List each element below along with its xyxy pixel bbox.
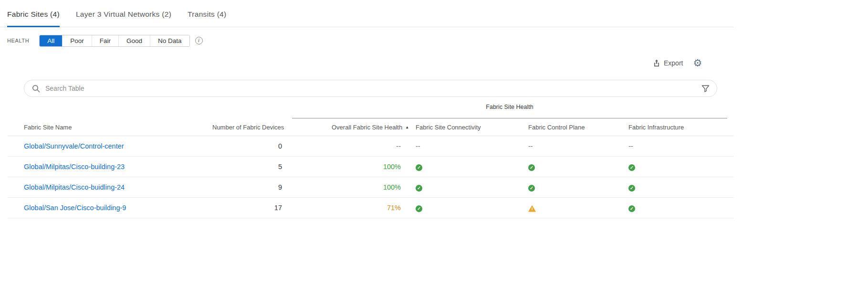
search-input[interactable] <box>45 85 701 92</box>
infrastructure-status: ✓ <box>628 203 733 212</box>
no-data-value: -- <box>416 142 420 150</box>
column-header-fabric-site-name[interactable]: Fabric Site Name <box>8 124 212 131</box>
infrastructure-status: -- <box>628 142 733 150</box>
table-search-bar <box>24 80 717 97</box>
good-health-icon: ✓ <box>628 185 635 192</box>
sort-ascending-icon: ▲ <box>405 125 409 129</box>
connectivity-status: ✓ <box>416 162 528 171</box>
device-count: 9 <box>212 183 282 191</box>
column-header-fabric-infrastructure[interactable]: Fabric Infrastructure <box>628 124 733 131</box>
connectivity-status: ✓ <box>416 203 528 212</box>
column-header-fabric-control-plane[interactable]: Fabric Control Plane <box>528 124 628 131</box>
table-row: Global/Milpitas/Cisco-buidling-24 9 100%… <box>8 177 733 198</box>
filter-icon[interactable] <box>701 85 710 93</box>
health-filter-good[interactable]: Good <box>118 35 150 46</box>
column-header-number-of-fabric-devices[interactable]: Number of Fabric Devices <box>212 124 282 131</box>
fabric-site-link[interactable]: Global/Milpitas/Cisco-building-23 <box>24 163 125 171</box>
overall-health-value: -- <box>332 142 401 150</box>
table-actions: Export ⚙ <box>653 58 702 68</box>
info-icon[interactable] <box>195 37 203 44</box>
good-health-icon: ✓ <box>628 205 635 212</box>
export-label: Export <box>664 59 683 67</box>
table-header-row: Fabric Site Name Number of Fabric Device… <box>8 118 733 136</box>
health-filter-fair[interactable]: Fair <box>92 35 118 46</box>
device-count: 5 <box>212 163 282 171</box>
column-header-overall-fabric-site-health[interactable]: Overall Fabric Site Health▲ <box>332 124 401 131</box>
infrastructure-status: ✓ <box>628 162 733 171</box>
export-button[interactable]: Export <box>653 59 683 67</box>
connectivity-status: ✓ <box>416 183 528 192</box>
table-body: Global/Sunnyvale/Control-center 0 -- -- … <box>8 136 733 218</box>
health-filter-label: HEALTH <box>7 38 29 43</box>
fabric-site-link[interactable]: Global/Milpitas/Cisco-buidling-24 <box>24 183 125 191</box>
gear-icon[interactable]: ⚙ <box>693 58 702 68</box>
search-icon <box>31 84 41 93</box>
device-count: 0 <box>212 142 282 150</box>
overall-health-value: 71% <box>332 204 401 212</box>
tab-layer-3-virtual-networks-2[interactable]: Layer 3 Virtual Networks (2) <box>76 10 171 27</box>
good-health-icon: ✓ <box>416 185 422 192</box>
overall-health-value: 100% <box>332 163 401 171</box>
fabric-site-link[interactable]: Global/Sunnyvale/Control-center <box>24 142 124 150</box>
connectivity-status: -- <box>416 142 528 150</box>
group-header-label: Fabric Site Health <box>292 104 727 110</box>
tab-bar: Fabric Sites (4)Layer 3 Virtual Networks… <box>0 0 733 27</box>
health-filter-row: HEALTH AllPoorFairGoodNo Data <box>7 34 868 47</box>
fabric-sites-table: Fabric Site Health Fabric Site Name Numb… <box>8 101 733 218</box>
fabric-site-link[interactable]: Global/San Jose/Cisco-building-9 <box>24 204 126 212</box>
device-count: 17 <box>212 204 282 212</box>
health-filter-poor[interactable]: Poor <box>62 35 92 46</box>
column-header-fabric-site-connectivity[interactable]: Fabric Site Connectivity <box>416 124 528 131</box>
table-row: Global/Sunnyvale/Control-center 0 -- -- … <box>8 136 733 157</box>
control-plane-status: ✓ <box>528 183 628 192</box>
no-data-value: -- <box>528 142 533 150</box>
control-plane-status: ! <box>528 203 628 212</box>
good-health-icon: ✓ <box>528 185 535 192</box>
good-health-icon: ✓ <box>528 164 535 171</box>
health-filter-no-data[interactable]: No Data <box>150 35 189 46</box>
tab-fabric-sites-4[interactable]: Fabric Sites (4) <box>7 10 60 27</box>
good-health-icon: ✓ <box>628 164 635 171</box>
table-row: Global/San Jose/Cisco-building-9 17 71% … <box>8 198 733 218</box>
health-filter-all[interactable]: All <box>40 35 62 46</box>
no-data-value: -- <box>628 142 633 150</box>
good-health-icon: ✓ <box>416 205 422 212</box>
column-group-header: Fabric Site Health <box>8 101 733 118</box>
infrastructure-status: ✓ <box>628 183 733 192</box>
table-row: Global/Milpitas/Cisco-building-23 5 100%… <box>8 157 733 177</box>
health-filter-segmented-control: AllPoorFairGoodNo Data <box>39 35 189 47</box>
overall-health-value: 100% <box>332 183 401 191</box>
group-header-underline <box>292 118 727 118</box>
good-health-icon: ✓ <box>416 164 422 171</box>
control-plane-status: ✓ <box>528 162 628 171</box>
warning-icon: ! <box>528 205 536 212</box>
export-icon <box>653 59 660 67</box>
tab-transits-4[interactable]: Transits (4) <box>188 10 226 27</box>
control-plane-status: -- <box>528 142 628 150</box>
